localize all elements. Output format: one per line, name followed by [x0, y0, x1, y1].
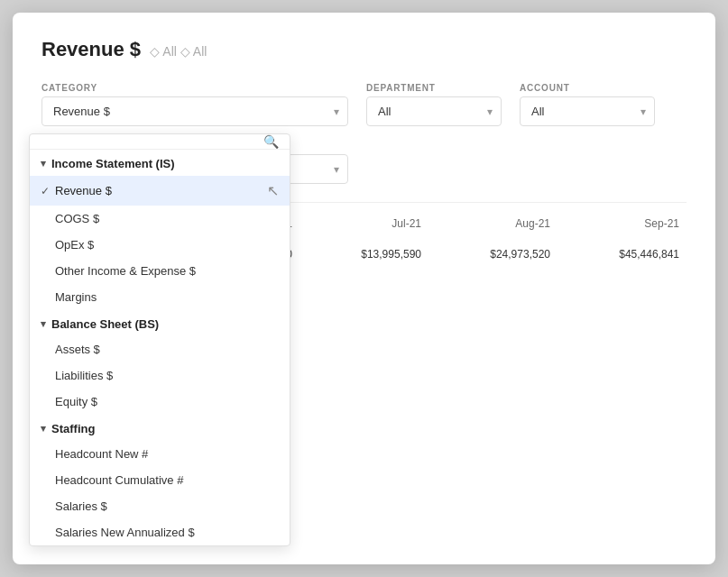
col-header-aug: Aug-21: [429, 214, 558, 234]
department-select-wrapper[interactable]: All: [366, 96, 502, 126]
item-label-headcount-cumulative: Headcount Cumulative #: [55, 473, 183, 487]
group-header-income-statement[interactable]: ▾ Income Statement (IS): [30, 150, 290, 176]
dropdown-item-headcount-cumulative[interactable]: Headcount Cumulative #: [30, 467, 290, 493]
category-select[interactable]: Revenue $: [41, 96, 348, 126]
category-dropdown: 🔍 ▾ Income Statement (IS) ✓ Revenue $ ↖ …: [29, 133, 290, 546]
form-row-1: CATEGORY Revenue $ DEPARTMENT All ACCOUN…: [41, 83, 687, 126]
dropdown-item-salaries[interactable]: Salaries $: [30, 493, 290, 519]
cell-jul: $13,995,590: [299, 244, 429, 264]
dropdown-item-liabilities[interactable]: Liabilities $: [30, 362, 290, 389]
dropdown-item-cogs[interactable]: COGS $: [30, 206, 290, 232]
dropdown-item-margins[interactable]: Margins: [30, 284, 290, 310]
item-label-headcount-new: Headcount New #: [55, 447, 148, 461]
department-group: DEPARTMENT All: [366, 83, 502, 126]
dropdown-item-assets[interactable]: Assets $: [30, 336, 290, 362]
modal-title: Revenue $ ◇ All ◇ All: [41, 38, 687, 61]
dropdown-item-headcount-new[interactable]: Headcount New #: [30, 441, 290, 467]
item-label-equity: Equity $: [55, 395, 97, 408]
chevron-down-icon-bs: ▾: [41, 318, 46, 330]
item-label-salaries-new: Salaries New Annualized $: [55, 526, 195, 539]
col-header-sep: Sep-21: [558, 214, 687, 234]
group-label-balance-sheet: Balance Sheet (BS): [51, 317, 159, 331]
group-header-staffing[interactable]: ▾ Staffing: [30, 415, 290, 441]
item-label-liabilities: Liabilities $: [55, 369, 113, 382]
item-label-assets: Assets $: [55, 343, 100, 356]
dropdown-item-salaries-new[interactable]: Salaries New Annualized $: [30, 519, 290, 545]
col-header-jul: Jul-21: [299, 214, 429, 234]
group-label-staffing: Staffing: [51, 422, 95, 435]
account-label: ACCOUNT: [520, 83, 655, 93]
item-label-margins: Margins: [55, 290, 97, 304]
department-select[interactable]: All: [366, 96, 502, 126]
item-label-other-income: Other Income & Expense $: [55, 264, 196, 278]
search-icon: 🔍: [263, 134, 279, 149]
item-label-salaries: Salaries $: [55, 499, 107, 513]
category-select-wrapper[interactable]: Revenue $: [41, 96, 348, 126]
dropdown-item-equity[interactable]: Equity $: [30, 389, 290, 415]
cursor-icon: ↖: [267, 182, 279, 199]
dropdown-item-revenue[interactable]: ✓ Revenue $ ↖: [30, 176, 290, 206]
dropdown-item-opex[interactable]: OpEx $: [30, 232, 290, 258]
group-label-income-statement: Income Statement (IS): [51, 157, 175, 170]
modal-title-text: Revenue $: [41, 38, 141, 60]
chevron-down-icon: ▾: [41, 158, 46, 169]
dropdown-scroll-area[interactable]: ▾ Income Statement (IS) ✓ Revenue $ ↖ CO…: [30, 150, 290, 545]
department-label: DEPARTMENT: [366, 83, 502, 93]
cell-aug: $24,973,520: [429, 244, 558, 264]
account-group: ACCOUNT All: [520, 83, 655, 126]
dropdown-search-bar[interactable]: 🔍: [30, 134, 290, 150]
check-icon: ✓: [41, 185, 50, 197]
dropdown-item-other-income[interactable]: Other Income & Expense $: [30, 258, 290, 284]
item-label-cogs: COGS $: [55, 212, 99, 225]
account-select-wrapper[interactable]: All: [520, 96, 655, 126]
category-label: CATEGORY: [41, 83, 348, 93]
account-select[interactable]: All: [520, 96, 655, 126]
chevron-down-icon-staffing: ▾: [41, 423, 46, 435]
group-header-balance-sheet[interactable]: ▾ Balance Sheet (BS): [30, 310, 290, 336]
item-label-opex: OpEx $: [55, 238, 94, 252]
modal-title-diamond1: ◇ All ◇ All: [150, 44, 207, 59]
category-group: CATEGORY Revenue $: [41, 83, 348, 126]
cell-sep: $45,446,841: [558, 244, 687, 264]
item-label-revenue: Revenue $: [55, 184, 112, 197]
